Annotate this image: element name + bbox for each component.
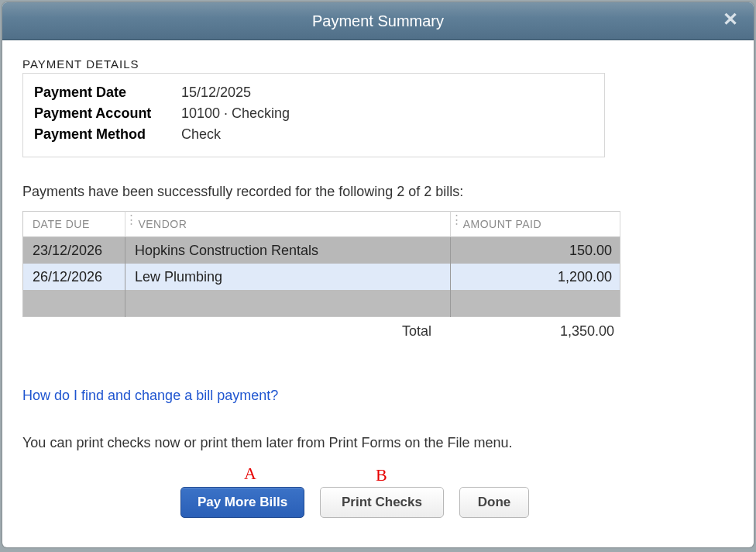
payment-details-box: Payment Date 15/12/2025 Payment Account … [22,73,605,157]
total-label: Total [402,323,431,340]
vdots-icon: ⋮ [451,216,463,223]
payment-date-value: 15/12/2025 [181,85,251,101]
cell-date-due: 26/12/2026 [23,264,125,290]
window-title: Payment Summary [312,12,444,30]
col-date-due: DATE DUE [23,212,125,237]
annotations: A B [22,451,734,474]
payments-table: DATE DUE ⋮ VENDOR ⋮ AMOUNT PAID 23/12/20… [22,211,620,317]
col-vendor: ⋮ VENDOR [125,212,451,237]
print-hint: You can print checks now or print them l… [22,435,734,451]
payment-account-row: Payment Account 10100 · Checking [34,105,593,122]
close-icon[interactable]: ✕ [720,9,741,30]
total-value: 1,350.00 [560,323,620,340]
payment-date-label: Payment Date [34,85,181,101]
help-link[interactable]: How do I find and change a bill payment? [22,388,278,404]
col-vendor-text: VENDOR [138,218,187,230]
annotation-b: B [376,465,387,485]
payment-method-row: Payment Method Check [34,126,593,143]
window-body: PAYMENT DETAILS Payment Date 15/12/2025 … [2,40,754,530]
total-row: Total 1,350.00 [22,323,620,340]
payment-summary-window: Payment Summary ✕ PAYMENT DETAILS Paymen… [2,2,754,547]
success-message: Payments have been successfully recorded… [22,184,734,200]
done-button[interactable]: Done [459,487,529,518]
col-amount-paid: ⋮ AMOUNT PAID [451,212,620,237]
payment-account-label: Payment Account [34,105,181,122]
table-row-empty [23,290,620,317]
titlebar: Payment Summary ✕ [2,2,754,40]
cell-empty [451,290,620,317]
payment-details-label: PAYMENT DETAILS [22,57,734,71]
table-row[interactable]: 26/12/2026 Lew Plumbing 1,200.00 [23,264,620,290]
payment-date-row: Payment Date 15/12/2025 [34,85,593,101]
cell-amount-paid: 150.00 [451,237,620,264]
print-checks-button[interactable]: Print Checks [320,487,444,518]
cell-vendor: Lew Plumbing [125,264,451,290]
cell-empty [23,290,125,317]
cell-empty [125,290,451,317]
col-amount-paid-text: AMOUNT PAID [463,218,541,230]
cell-date-due: 23/12/2026 [23,237,125,264]
table-row[interactable]: 23/12/2026 Hopkins Construction Rentals … [23,237,620,264]
table-header-row: DATE DUE ⋮ VENDOR ⋮ AMOUNT PAID [23,212,620,237]
payment-method-label: Payment Method [34,126,181,143]
cell-amount-paid: 1,200.00 [451,264,620,290]
cell-vendor: Hopkins Construction Rentals [125,237,451,264]
payment-account-value: 10100 · Checking [181,105,290,122]
col-date-due-text: DATE DUE [33,218,90,230]
vdots-icon: ⋮ [125,216,138,223]
button-row: Pay More Bills Print Checks Done [22,487,734,518]
pay-more-bills-button[interactable]: Pay More Bills [180,487,304,518]
annotation-a: A [244,464,256,484]
payment-method-value: Check [181,126,221,143]
